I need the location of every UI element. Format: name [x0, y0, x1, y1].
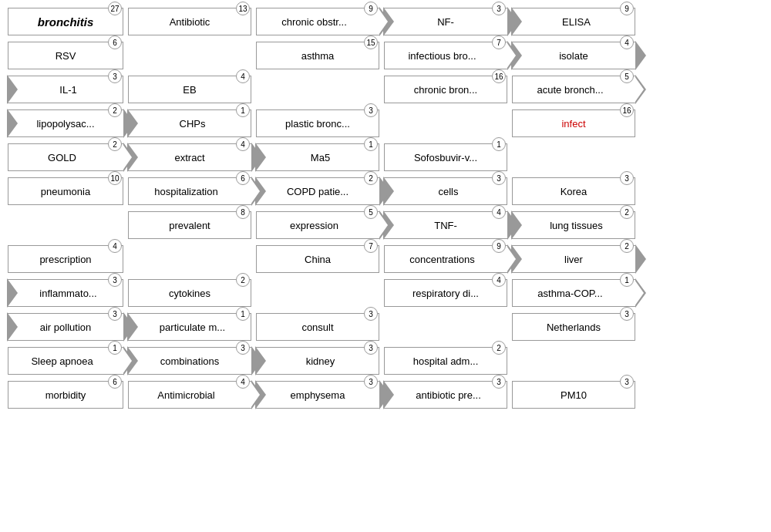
node-wrap: CHPs1 — [128, 109, 251, 137]
badge-count: 5 — [364, 205, 378, 219]
node-wrap: consult3 — [256, 313, 379, 341]
keyword-node[interactable]: morbidity — [8, 381, 123, 409]
keyword-node[interactable]: combinations — [128, 347, 251, 375]
badge-count: 8 — [236, 205, 250, 219]
keyword-label: EB — [183, 84, 196, 96]
grid-cell-r2-c4: CHPs1 — [128, 109, 251, 137]
grid-cell-r9-c3: emphysema3 — [256, 381, 379, 409]
keyword-node[interactable]: infectious bro... — [384, 42, 507, 69]
grid-cell-r3-c3: extract4 — [128, 143, 251, 171]
badge-count: 3 — [364, 307, 378, 321]
node-wrap: infectious bro...7 — [384, 42, 507, 69]
keyword-node[interactable]: asthma — [256, 42, 379, 69]
keyword-node[interactable]: kidney — [256, 347, 379, 375]
keyword-node[interactable]: COPD patie... — [256, 177, 379, 205]
node-wrap: Sleep apnoea1 — [8, 347, 123, 375]
badge-count: 7 — [492, 35, 506, 49]
keyword-node[interactable]: isolate — [512, 42, 635, 69]
keyword-node[interactable]: liver — [512, 245, 635, 273]
keyword-node[interactable]: chronic obstr... — [256, 8, 379, 35]
keyword-node[interactable]: air pollution — [8, 313, 123, 341]
grid-cell-r0-c0: bronchitis27 — [8, 8, 123, 35]
node-wrap: kidney3 — [256, 347, 379, 375]
keyword-node[interactable]: GOLD — [8, 143, 123, 171]
keyword-node[interactable]: lipopolysac... — [8, 109, 123, 137]
keyword-label: concentrations — [409, 254, 475, 265]
node-wrap: chronic obstr...9 — [256, 8, 379, 35]
keyword-label: air pollution — [40, 322, 92, 333]
keyword-label: IL-1 — [59, 84, 76, 96]
keyword-node[interactable]: chronic bron... — [384, 76, 507, 103]
keyword-label: asthma-COP... — [537, 288, 602, 299]
badge-count: 2 — [364, 171, 378, 185]
grid-cell-r2-c0 — [256, 76, 379, 103]
badge-count: 3 — [492, 171, 506, 185]
keyword-node[interactable]: infect — [512, 109, 635, 137]
keyword-node[interactable]: prescription — [8, 245, 123, 273]
keyword-node[interactable]: cells — [384, 177, 507, 205]
grid-cell-r4-c4: cells3 — [384, 177, 507, 205]
badge-count: 2 — [620, 239, 634, 253]
keyword-node[interactable]: Ma5 — [256, 143, 379, 171]
keyword-node[interactable]: pneumonia — [8, 177, 123, 205]
keyword-node[interactable]: expression — [256, 211, 379, 239]
keyword-node[interactable]: acute bronch... — [512, 76, 635, 103]
keyword-node[interactable]: EB — [128, 76, 251, 103]
keyword-node[interactable]: particulate m... — [128, 313, 251, 341]
keyword-node[interactable]: Sofosbuvir-v... — [384, 143, 507, 171]
keyword-label: hospitalization — [154, 186, 217, 197]
keyword-label: Ma5 — [311, 152, 330, 163]
node-wrap: bronchitis27 — [8, 8, 123, 35]
keyword-node[interactable]: prevalent — [128, 211, 251, 239]
keyword-node[interactable]: concentrations — [384, 245, 507, 273]
grid-cell-r0-c4: ELISA9 — [512, 8, 635, 35]
keyword-node[interactable]: China — [256, 245, 379, 273]
keyword-node[interactable]: bronchitis — [8, 8, 123, 35]
grid-cell-r7-c0 — [256, 279, 379, 307]
grid-cell-r2-c1: chronic bron...16 — [384, 76, 507, 103]
node-wrap: air pollution3 — [8, 313, 123, 341]
keyword-label: prevalent — [169, 220, 210, 231]
badge-count: 6 — [108, 375, 122, 389]
keyword-node[interactable]: CHPs — [128, 109, 251, 137]
keyword-node[interactable]: Antibiotic — [128, 8, 251, 35]
keyword-node[interactable]: inflammato... — [8, 279, 123, 307]
grid-cell-r6-c2: concentrations9 — [384, 245, 507, 273]
keyword-node[interactable]: lung tissues — [512, 211, 635, 239]
node-wrap: Korea3 — [512, 177, 635, 205]
keyword-node[interactable]: cytokines — [128, 279, 251, 307]
keyword-node[interactable]: Korea — [512, 177, 635, 205]
keyword-node[interactable]: antibiotic pre... — [384, 381, 507, 409]
keyword-node[interactable]: asthma-COP... — [512, 279, 635, 307]
keyword-label: plastic bronc... — [285, 118, 350, 130]
keyword-node[interactable]: plastic bronc... — [256, 109, 379, 137]
badge-count: 9 — [620, 2, 634, 15]
keyword-node[interactable]: hospitalization — [128, 177, 251, 205]
keyword-node[interactable]: respiratory di... — [384, 279, 507, 307]
keyword-node[interactable]: emphysema — [256, 381, 379, 409]
badge-count: 5 — [620, 69, 634, 83]
grid-cell-r8-c2: Sleep apnoea1 — [8, 347, 123, 375]
keyword-node[interactable]: hospital adm... — [384, 347, 507, 375]
keyword-node[interactable]: IL-1 — [8, 76, 123, 103]
keyword-node[interactable]: consult — [256, 313, 379, 341]
grid-cell-r2-c2: acute bronch...5 — [512, 76, 635, 103]
keyword-node[interactable]: PM10 — [512, 381, 635, 409]
keyword-node[interactable]: Netherlands — [512, 313, 635, 341]
node-wrap: prevalent8 — [128, 211, 251, 239]
badge-count: 3 — [492, 2, 506, 15]
keyword-label: GOLD — [48, 152, 76, 163]
keyword-node[interactable]: TNF- — [384, 211, 507, 239]
node-wrap: China7 — [256, 245, 379, 273]
keyword-node[interactable]: extract — [128, 143, 251, 171]
keyword-node[interactable]: Antimicrobial — [128, 381, 251, 409]
keyword-node[interactable]: RSV — [8, 42, 123, 69]
keyword-node[interactable]: Sleep apnoea — [8, 347, 123, 375]
node-wrap: asthma15 — [256, 42, 379, 69]
keyword-node[interactable]: NF- — [384, 8, 507, 35]
keyword-label: ELISA — [562, 16, 591, 28]
badge-count: 1 — [108, 341, 122, 355]
keyword-node[interactable]: ELISA — [512, 8, 635, 35]
badge-count: 7 — [364, 239, 378, 253]
badge-count: 16 — [492, 69, 506, 83]
